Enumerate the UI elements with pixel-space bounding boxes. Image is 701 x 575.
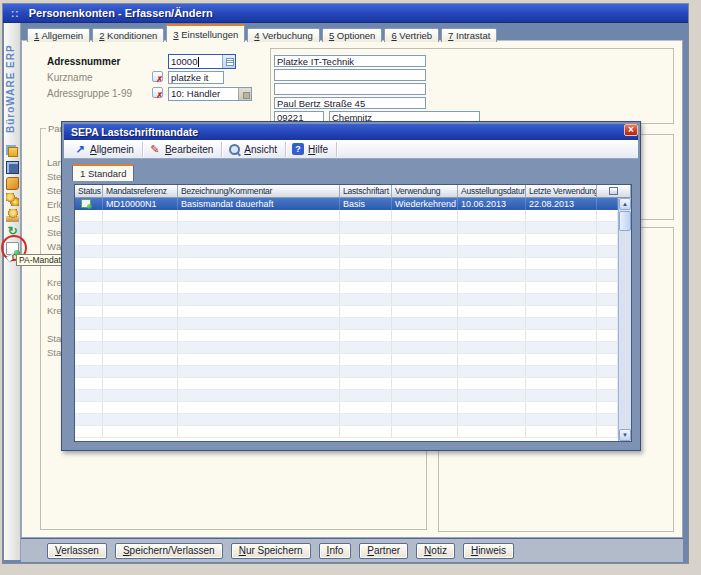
- adressnummer-input[interactable]: 10000: [168, 54, 236, 69]
- clear-kurzname-icon[interactable]: [152, 71, 163, 82]
- vertical-scrollbar[interactable]: ▲ ▼: [618, 198, 631, 441]
- menu-item-hilfe[interactable]: ?Hilfe: [288, 142, 337, 157]
- table-cell: [526, 270, 597, 282]
- table-row-empty[interactable]: [75, 330, 618, 342]
- table-row-empty[interactable]: [75, 234, 618, 246]
- key-icon[interactable]: [6, 177, 19, 190]
- adressnummer-picker-button[interactable]: [222, 55, 235, 68]
- tab-7[interactable]: 7 Intrastat: [441, 28, 497, 42]
- column-header[interactable]: Ausstellungsdatum: [458, 185, 526, 198]
- table-body: MD10000N1Basismandat dauerhaftBasisWiede…: [75, 198, 618, 441]
- column-header[interactable]: Mandatsreferenz: [103, 185, 178, 198]
- table-row-empty[interactable]: [75, 258, 618, 270]
- table-row-empty[interactable]: [75, 390, 618, 402]
- scroll-down-icon[interactable]: ▼: [619, 429, 631, 441]
- kurzname-input[interactable]: platzke it: [168, 71, 224, 84]
- tab-5[interactable]: 5 Optionen: [322, 28, 383, 42]
- table-row-empty[interactable]: [75, 282, 618, 294]
- table-cell: [526, 354, 597, 366]
- partner-button[interactable]: Partner: [359, 543, 408, 559]
- table-row-empty[interactable]: [75, 402, 618, 414]
- info-button[interactable]: Info: [319, 543, 352, 559]
- address-name-field[interactable]: Platzke IT-Technik: [274, 55, 426, 67]
- table-cell: [458, 210, 526, 222]
- table-cell: [340, 390, 392, 402]
- table-row-empty[interactable]: [75, 210, 618, 222]
- table-cell: [340, 306, 392, 318]
- table-cell: [392, 270, 458, 282]
- tab-3[interactable]: 3 Einstellungen: [166, 24, 245, 42]
- table-cell: [103, 234, 178, 246]
- table-cell: [103, 222, 178, 234]
- truncated-field-label: Erlö: [47, 199, 62, 210]
- tab-1[interactable]: 1 Allgemein: [27, 28, 90, 42]
- scroll-up-icon[interactable]: ▲: [619, 198, 631, 210]
- table-cell: [75, 318, 103, 330]
- table-row-empty[interactable]: [75, 306, 618, 318]
- tab-6[interactable]: 6 Vertrieb: [384, 28, 439, 42]
- money-hand-icon[interactable]: [6, 209, 19, 222]
- notiz-button[interactable]: Notiz: [416, 543, 455, 559]
- column-header[interactable]: Lastschriftart: [340, 185, 392, 198]
- column-config-header[interactable]: [597, 185, 631, 198]
- left-sidebar: BüroWARE ERP ↻: [4, 23, 21, 560]
- clear-adressgruppe-icon[interactable]: [152, 87, 163, 98]
- column-header[interactable]: Status: [75, 185, 103, 198]
- tab-4[interactable]: 4 Verbuchung: [247, 28, 320, 42]
- column-header[interactable]: Letzte Verwendung: [526, 185, 597, 198]
- table-cell: [526, 282, 597, 294]
- table-cell: [178, 210, 340, 222]
- address-line2-field[interactable]: [274, 69, 426, 81]
- tab-2[interactable]: 2 Konditionen: [92, 28, 164, 42]
- refresh-icon[interactable]: ↻: [6, 225, 19, 238]
- cards-icon[interactable]: [8, 147, 18, 157]
- scrollbar-thumb[interactable]: [619, 211, 631, 231]
- table-row-empty[interactable]: [75, 426, 618, 438]
- main-tabstrip: 1 Allgemein2 Konditionen3 Einstellungen4…: [27, 24, 499, 42]
- monitor-icon[interactable]: [6, 161, 19, 174]
- column-header[interactable]: Verwendung: [392, 185, 458, 198]
- table-cell: [178, 378, 340, 390]
- table-row-empty[interactable]: [75, 366, 618, 378]
- hinweis-button[interactable]: Hinweis: [463, 543, 514, 559]
- nur-speichern-button[interactable]: Nur Speichern: [231, 543, 311, 559]
- table-row-empty[interactable]: [75, 246, 618, 258]
- brand-vertical-text: BüroWARE ERP: [5, 28, 20, 150]
- table-cell: [597, 402, 618, 414]
- table-cell: [597, 246, 618, 258]
- truncated-field-label: US: [47, 213, 62, 224]
- close-icon[interactable]: ×: [624, 124, 638, 136]
- adressgruppe-select[interactable]: 10: Händler: [168, 87, 252, 101]
- table-row-empty[interactable]: [75, 294, 618, 306]
- coins-icon[interactable]: [6, 193, 19, 206]
- address-street-field[interactable]: Paul Bertz Straße 45: [274, 97, 426, 109]
- table-row[interactable]: MD10000N1Basismandat dauerhaftBasisWiede…: [75, 198, 618, 210]
- table-row-empty[interactable]: [75, 354, 618, 366]
- column-header[interactable]: Bezeichnung/Kommentar: [178, 185, 340, 198]
- table-row-empty[interactable]: [75, 342, 618, 354]
- address-line3-field[interactable]: [274, 83, 426, 95]
- table-cell: [392, 318, 458, 330]
- speichern-verlassen-button[interactable]: Speichern/Verlassen: [115, 543, 223, 559]
- table-cell: [526, 366, 597, 378]
- menu-item-ansicht[interactable]: Ansicht: [224, 142, 286, 157]
- dropdown-button[interactable]: [238, 88, 251, 100]
- table-cell: [340, 330, 392, 342]
- table-row-empty[interactable]: [75, 222, 618, 234]
- menu-item-allgemein[interactable]: ↗Allgemein: [70, 142, 143, 157]
- verlassen-button[interactable]: Verlassen: [47, 543, 107, 559]
- table-cell: [340, 210, 392, 222]
- table-row-empty[interactable]: [75, 318, 618, 330]
- table-row-empty[interactable]: [75, 378, 618, 390]
- dialog-tab-standard[interactable]: 1 Standard: [72, 164, 134, 181]
- table-cell: 10.06.2013: [458, 198, 526, 210]
- table-cell-filler: [597, 198, 618, 210]
- sidebar-tooltip: PA-Mandatsv: [16, 254, 63, 266]
- window-icon: ::: [11, 8, 20, 19]
- table-row-empty[interactable]: [75, 270, 618, 282]
- table-row-empty[interactable]: [75, 414, 618, 426]
- button-label: Partner: [367, 545, 400, 556]
- table-cell: [178, 342, 340, 354]
- table-cell: [392, 426, 458, 438]
- menu-item-bearbeiten[interactable]: ✎Bearbeiten: [145, 142, 222, 157]
